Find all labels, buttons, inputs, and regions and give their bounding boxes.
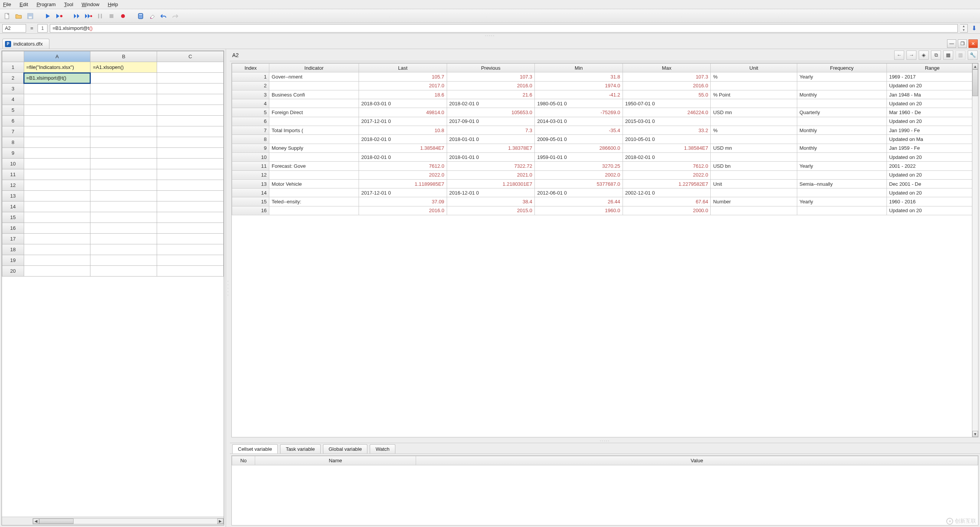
- result-cell[interactable]: Motor Vehicle: [269, 179, 359, 188]
- cell-B20[interactable]: [90, 266, 157, 277]
- result-cell[interactable]: [269, 188, 359, 197]
- row-header[interactable]: 16: [2, 223, 24, 234]
- result-cell[interactable]: 2018-03-01 0: [359, 99, 447, 108]
- result-cell[interactable]: Quarterly: [797, 108, 887, 117]
- result-cell[interactable]: Updated on 20: [887, 188, 978, 197]
- result-cell[interactable]: [711, 170, 797, 179]
- result-cell[interactable]: [711, 188, 797, 197]
- result-cell[interactable]: USD bn: [711, 162, 797, 170]
- result-col-indicator[interactable]: Indicator: [269, 64, 359, 72]
- cell-C10[interactable]: [157, 159, 224, 169]
- cell-B3[interactable]: [90, 83, 157, 94]
- cell-A12[interactable]: [24, 180, 90, 191]
- result-cell[interactable]: Yearly: [797, 162, 887, 170]
- result-cell[interactable]: Monthly: [797, 144, 887, 152]
- result-cell[interactable]: Yearly: [797, 197, 887, 206]
- result-cell[interactable]: 2022.0: [623, 170, 711, 179]
- result-cell[interactable]: USD mn: [711, 108, 797, 117]
- result-cell[interactable]: 1959-01-01 0: [535, 152, 623, 161]
- variables-grid[interactable]: No Name Value: [231, 455, 978, 525]
- result-row-index[interactable]: 2: [232, 81, 269, 90]
- result-cell[interactable]: Updated on 20: [887, 206, 978, 215]
- cell-A16[interactable]: [24, 223, 90, 234]
- cell-C11[interactable]: [157, 169, 224, 180]
- scroll-up-icon[interactable]: ▲: [972, 63, 978, 69]
- scroll-right-icon[interactable]: ▶: [217, 519, 223, 524]
- cell-A11[interactable]: [24, 169, 90, 180]
- menu-help[interactable]: Help: [108, 2, 118, 7]
- cell-C4[interactable]: [157, 94, 224, 105]
- scroll-left-icon[interactable]: ◀: [33, 519, 39, 524]
- result-cell[interactable]: 3270.25: [535, 162, 623, 170]
- result-row-index[interactable]: 11: [232, 162, 269, 170]
- result-cell[interactable]: 2010-05-01 0: [623, 135, 711, 144]
- result-cell[interactable]: [269, 99, 359, 108]
- result-grid[interactable]: IndexIndicatorLastPreviousMinMaxUnitFreq…: [232, 63, 978, 215]
- result-col-previous[interactable]: Previous: [447, 64, 535, 72]
- result-cell[interactable]: [797, 135, 887, 144]
- cell-B4[interactable]: [90, 94, 157, 105]
- row-header[interactable]: 15: [2, 212, 24, 223]
- cell-A5[interactable]: [24, 105, 90, 116]
- result-cell[interactable]: 2000.0: [623, 206, 711, 215]
- result-cell[interactable]: 2018-01-01 0: [447, 152, 535, 161]
- row-header[interactable]: 9: [2, 148, 24, 159]
- result-cell[interactable]: [797, 188, 887, 197]
- result-cell[interactable]: 2017-12-01 0: [359, 117, 447, 126]
- settings-icon[interactable]: 🔧: [968, 51, 978, 60]
- result-col-unit[interactable]: Unit: [711, 64, 797, 72]
- result-cell[interactable]: 1969 - 2017: [887, 72, 978, 81]
- result-cell[interactable]: Updated on 20: [887, 117, 978, 126]
- result-cell[interactable]: Jan 1959 - Fe: [887, 144, 978, 152]
- result-cell[interactable]: [269, 152, 359, 161]
- result-cell[interactable]: 2016.0: [359, 206, 447, 215]
- cell-C13[interactable]: [157, 191, 224, 201]
- result-cell[interactable]: 2017.0: [359, 81, 447, 90]
- result-cell[interactable]: Mar 1960 - De: [887, 108, 978, 117]
- result-cell[interactable]: 67.64: [623, 197, 711, 206]
- row-header[interactable]: 19: [2, 255, 24, 266]
- cell-A20[interactable]: [24, 266, 90, 277]
- cell-A15[interactable]: [24, 212, 90, 223]
- result-cell[interactable]: %: [711, 126, 797, 135]
- result-cell[interactable]: [269, 117, 359, 126]
- result-col-frequency[interactable]: Frequency: [797, 64, 887, 72]
- cell-A3[interactable]: [24, 83, 90, 94]
- cell-C8[interactable]: [157, 137, 224, 148]
- result-cell[interactable]: 33.2: [623, 126, 711, 135]
- result-cell[interactable]: 38.4: [447, 197, 535, 206]
- result-cell[interactable]: Unit: [711, 179, 797, 188]
- grid-corner[interactable]: [2, 51, 24, 62]
- result-cell[interactable]: 2018-02-01 0: [359, 135, 447, 144]
- cell-C15[interactable]: [157, 212, 224, 223]
- result-cell[interactable]: 1.38378E7: [447, 144, 535, 152]
- result-cell[interactable]: 2018-01-01 0: [447, 135, 535, 144]
- menu-file[interactable]: FFileile: [3, 2, 11, 7]
- open-file-icon[interactable]: [14, 11, 24, 21]
- cell-C20[interactable]: [157, 266, 224, 277]
- result-cell[interactable]: [711, 152, 797, 161]
- cell-B19[interactable]: [90, 255, 157, 266]
- cell-C12[interactable]: [157, 180, 224, 191]
- cell-B17[interactable]: [90, 234, 157, 244]
- result-cell[interactable]: 2001 - 2022: [887, 162, 978, 170]
- result-cell[interactable]: 37.09: [359, 197, 447, 206]
- cell-C18[interactable]: [157, 244, 224, 255]
- result-row-index[interactable]: 13: [232, 179, 269, 188]
- cell-A13[interactable]: [24, 191, 90, 201]
- tab-task-variable[interactable]: Task variable: [280, 444, 321, 453]
- result-cell[interactable]: 2017-09-01 0: [447, 117, 535, 126]
- result-cell[interactable]: 5377687.0: [535, 179, 623, 188]
- result-cell[interactable]: Foreign Direct: [269, 108, 359, 117]
- result-cell[interactable]: 2002-12-01 0: [623, 188, 711, 197]
- pause-icon[interactable]: [95, 11, 105, 21]
- nav-forward-icon[interactable]: →: [906, 51, 916, 60]
- result-cell[interactable]: USD mn: [711, 144, 797, 152]
- result-cell[interactable]: Updated on 20: [887, 81, 978, 90]
- cell-C17[interactable]: [157, 234, 224, 244]
- row-header[interactable]: 11: [2, 169, 24, 180]
- row-header[interactable]: 14: [2, 201, 24, 212]
- cell-C6[interactable]: [157, 116, 224, 126]
- result-cell[interactable]: Jan 1948 - Ma: [887, 90, 978, 99]
- result-cell[interactable]: Forecast: Gove: [269, 162, 359, 170]
